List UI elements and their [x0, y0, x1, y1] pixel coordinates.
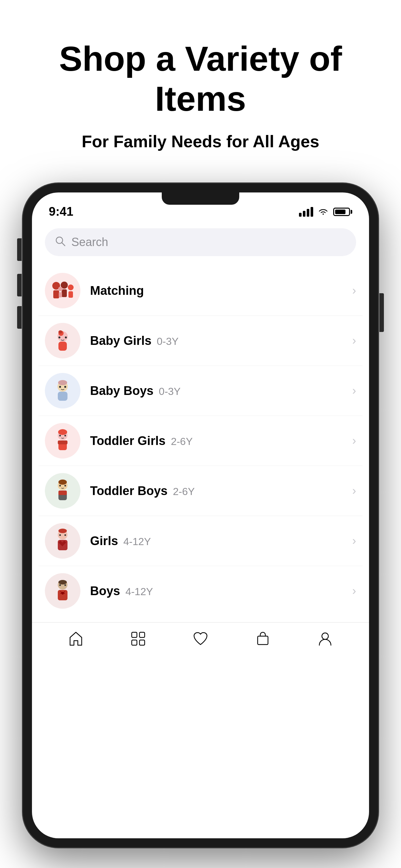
svg-point-31: [65, 485, 66, 487]
svg-point-34: [58, 529, 67, 533]
svg-point-18: [59, 386, 61, 388]
phone-wrapper: 9:41: [23, 183, 378, 847]
category-info-girls: Girls 4-12Y: [90, 534, 352, 548]
chevron-icon-matching: ›: [352, 284, 356, 298]
svg-rect-42: [58, 590, 67, 600]
category-avatar-baby-boys: [45, 373, 81, 408]
svg-point-19: [64, 386, 66, 388]
svg-point-22: [58, 429, 67, 435]
page-header: Shop a Variety of Items For Family Needs…: [0, 0, 401, 170]
status-time: 9:41: [49, 202, 73, 219]
category-name-baby-boys: Baby Boys: [90, 384, 153, 398]
search-bar[interactable]: Search: [45, 228, 356, 256]
category-avatar-baby-girls: [45, 323, 81, 359]
notch: [162, 192, 239, 205]
svg-point-0: [56, 237, 63, 244]
nav-item-cart[interactable]: [254, 630, 271, 647]
svg-rect-13: [58, 342, 67, 351]
chevron-icon-baby-girls: ›: [352, 334, 356, 347]
svg-point-40: [65, 534, 66, 536]
status-bar: 9:41: [32, 192, 369, 222]
category-age-boys: 4-12Y: [125, 586, 153, 597]
svg-rect-7: [68, 291, 73, 298]
nav-item-profile[interactable]: [317, 630, 334, 647]
category-name-girls: Girls: [90, 534, 118, 548]
svg-rect-3: [53, 290, 59, 299]
status-icons: [299, 204, 352, 217]
svg-point-39: [59, 534, 61, 536]
category-item-toddler-girls[interactable]: Toddler Girls 2-6Y ›: [38, 416, 363, 466]
svg-rect-49: [132, 640, 137, 645]
search-placeholder: Search: [71, 236, 108, 249]
wifi-icon: [318, 208, 329, 216]
svg-line-1: [62, 243, 65, 246]
phone-screen: 9:41: [32, 192, 369, 838]
svg-point-14: [58, 337, 60, 338]
nav-item-wishlist[interactable]: [192, 630, 209, 647]
svg-point-20: [58, 380, 67, 385]
svg-point-12: [58, 330, 62, 334]
svg-point-44: [58, 580, 67, 585]
category-age-toddler-boys: 2-6Y: [173, 486, 195, 497]
category-avatar-boys: [45, 573, 81, 609]
svg-rect-5: [62, 289, 67, 297]
category-avatar-toddler-girls: [45, 423, 81, 459]
svg-rect-24: [58, 440, 67, 444]
svg-point-46: [65, 585, 66, 586]
svg-point-30: [59, 485, 61, 487]
category-avatar-toddler-boys: [45, 473, 81, 508]
category-avatar-girls: [45, 523, 81, 559]
svg-point-26: [65, 435, 66, 437]
category-name-toddler-boys: Toddler Boys: [90, 484, 167, 498]
svg-point-52: [322, 633, 328, 640]
category-age-girls: 4-12Y: [123, 536, 151, 547]
chevron-icon-toddler-boys: ›: [352, 484, 356, 498]
bottom-nav: [32, 622, 369, 660]
category-item-toddler-boys[interactable]: Toddler Boys 2-6Y ›: [38, 466, 363, 516]
phone-frame: 9:41: [23, 183, 378, 847]
home-icon: [67, 630, 84, 647]
svg-rect-47: [132, 632, 137, 638]
category-item-boys[interactable]: Boys 4-12Y ›: [38, 566, 363, 616]
category-age-baby-girls: 0-3Y: [157, 336, 179, 347]
category-name-matching: Matching: [90, 284, 144, 298]
category-info-boys: Boys 4-12Y: [90, 584, 352, 598]
svg-point-45: [59, 585, 61, 586]
category-name-boys: Boys: [90, 584, 120, 598]
category-name-baby-girls: Baby Girls: [90, 334, 151, 347]
svg-rect-9: [59, 292, 62, 298]
svg-rect-50: [140, 640, 145, 645]
category-item-matching[interactable]: Matching ›: [38, 266, 363, 316]
svg-rect-48: [140, 632, 145, 638]
search-icon: [55, 236, 66, 249]
category-item-girls[interactable]: Girls 4-12Y ›: [38, 516, 363, 566]
nav-item-home[interactable]: [67, 630, 84, 647]
svg-point-8: [58, 287, 63, 291]
page-title: Shop a Variety of Items: [26, 39, 375, 119]
nav-item-categories[interactable]: [130, 630, 147, 647]
profile-icon: [317, 630, 334, 647]
category-info-toddler-boys: Toddler Boys 2-6Y: [90, 484, 352, 498]
svg-rect-17: [58, 392, 67, 401]
category-info-matching: Matching: [90, 284, 352, 298]
cart-icon: [254, 630, 271, 647]
category-info-toddler-girls: Toddler Girls 2-6Y: [90, 434, 352, 448]
chevron-icon-girls: ›: [352, 534, 356, 548]
category-name-toddler-girls: Toddler Girls: [90, 434, 166, 447]
svg-point-25: [59, 435, 61, 437]
svg-point-32: [58, 479, 67, 485]
svg-rect-29: [58, 491, 67, 495]
page-subtitle: For Family Needs for All Ages: [26, 132, 375, 151]
category-info-baby-girls: Baby Girls 0-3Y: [90, 334, 352, 348]
category-avatar-matching: [45, 273, 81, 308]
chevron-icon-baby-boys: ›: [352, 384, 356, 398]
signal-icon: [299, 207, 313, 217]
category-item-baby-boys[interactable]: Baby Boys 0-3Y ›: [38, 366, 363, 416]
chevron-icon-toddler-girls: ›: [352, 434, 356, 447]
category-age-baby-boys: 0-3Y: [159, 385, 181, 397]
chevron-icon-boys: ›: [352, 584, 356, 598]
category-info-baby-boys: Baby Boys 0-3Y: [90, 384, 352, 398]
category-item-baby-girls[interactable]: Baby Girls 0-3Y ›: [38, 316, 363, 366]
svg-point-15: [65, 337, 67, 338]
heart-icon: [192, 630, 209, 647]
